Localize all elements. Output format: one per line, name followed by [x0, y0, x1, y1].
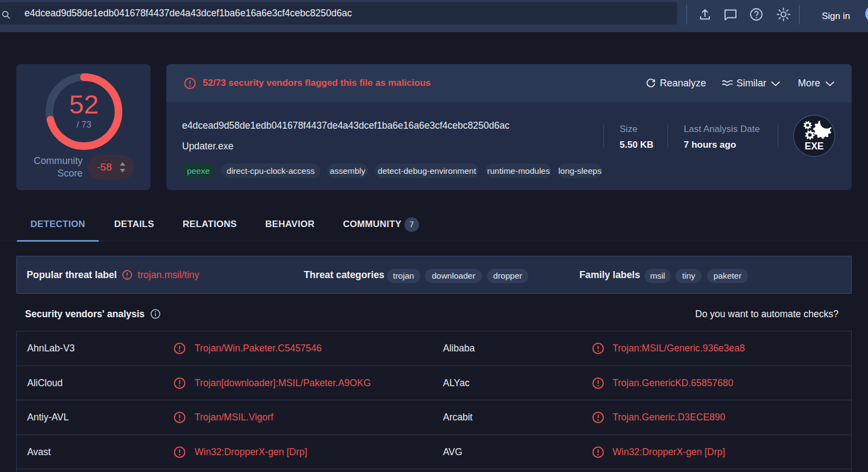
svg-text:/ 73: / 73 — [76, 119, 91, 129]
svg-text:EXE: EXE — [804, 141, 823, 152]
svg-text:52: 52 — [69, 90, 99, 119]
